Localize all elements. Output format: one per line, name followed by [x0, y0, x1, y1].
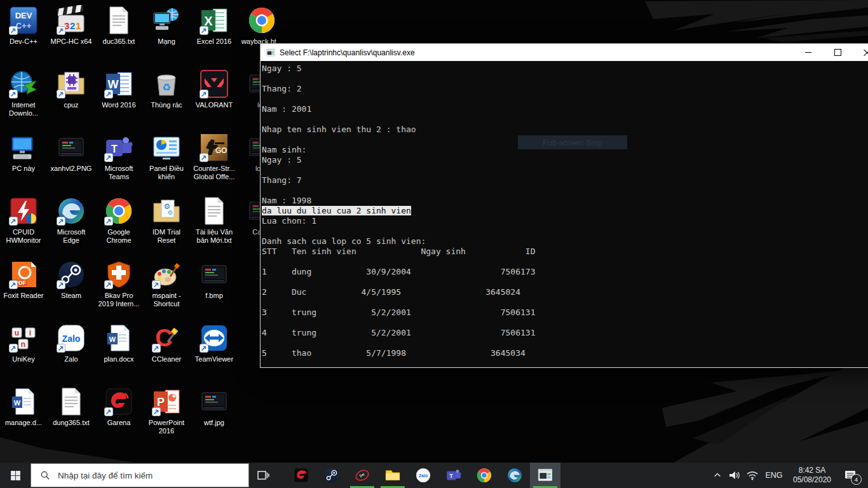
taskbar-button-steam[interactable]	[316, 463, 347, 488]
desktop-icon-unikey[interactable]: uinUniKey	[1, 323, 46, 363]
notification-center-button[interactable]: 4	[837, 463, 864, 488]
svg-text:W: W	[109, 336, 116, 343]
taskbar-button-garena[interactable]	[286, 463, 316, 488]
console-window[interactable]: Select F:\laptrinhc\quanlisv\quanlisv.ex…	[260, 43, 868, 368]
desktop-icon-manage-doc[interactable]: Wmanage.d...	[1, 386, 46, 427]
volume-icon[interactable]	[726, 463, 743, 488]
notification-count-badge: 4	[851, 474, 862, 485]
cpuz-icon	[56, 69, 86, 99]
desktop-icon-dung365-txt[interactable]: dung365.txt	[48, 386, 94, 427]
desktop: DEVC++Dev-C++InternetDownlo...PC nàyCPUI…	[0, 0, 868, 488]
ccleaner-icon: C	[151, 323, 182, 353]
txt-icon	[104, 5, 134, 36]
shortcut-arrow-icon	[57, 217, 65, 226]
desktop-icon-google-chrome[interactable]: GoogleChrome	[96, 196, 142, 245]
desktop-icon-mang[interactable]: Mạng	[144, 5, 189, 46]
taskbar-button-microsoft-edge[interactable]	[499, 463, 530, 488]
shortcut-arrow-icon	[57, 280, 65, 289]
taskbar-button-snipping-tool[interactable]: ✂	[347, 463, 377, 488]
chrome-icon	[104, 196, 134, 226]
desktop-icon-pc-nay[interactable]: PC này	[1, 132, 46, 173]
desktop-icon-label: InternetDownlo...	[1, 101, 46, 118]
desktop-icon-excel-2016[interactable]: XExcel 2016	[191, 5, 237, 46]
desktop-icon-ccleaner[interactable]: CCCleaner	[144, 323, 189, 363]
desktop-icon-xanhvl2-png[interactable]: xanhvl2.PNG	[48, 132, 94, 173]
shortcut-arrow-icon	[9, 90, 18, 98]
desktop-icon-label: MPC-HC x64	[48, 37, 94, 46]
desktop-icon-steam[interactable]: Steam	[48, 259, 94, 300]
console-line: 5 thao 5/7/1998 3645034	[262, 348, 868, 358]
svg-text:Zalo: Zalo	[62, 334, 81, 344]
desktop-icon-f-bmp[interactable]: f.bmp	[191, 259, 237, 300]
desktop-icon-valorant[interactable]: VALORANT	[191, 69, 237, 109]
desktop-icon-dev-cpp[interactable]: DEVC++Dev-C++	[1, 5, 46, 46]
desktop-icon-teamviewer[interactable]: TeamViewer	[191, 323, 237, 363]
maximize-button[interactable]	[823, 44, 852, 61]
console-titlebar[interactable]: Select F:\laptrinhc\quanlisv\quanlisv.ex…	[260, 43, 868, 61]
desktop-icon-label: Counter-Str...Global Offe...	[191, 165, 237, 181]
taskbar-button-quanlisv-console[interactable]	[530, 463, 560, 488]
file-explorer-icon	[384, 467, 401, 484]
taskbar-button-google-chrome[interactable]	[469, 463, 499, 488]
desktop-icon-garena[interactable]: Garena	[96, 386, 142, 427]
desktop-icon-label: Zalo	[48, 355, 94, 363]
console-output[interactable]: Ngay : 5Thang: 2Nam : 2001Nhap ten sinh …	[260, 61, 868, 368]
svg-text:♻: ♻	[162, 82, 171, 93]
desktop-icon-thung-rac[interactable]: ♻Thùng rác	[144, 69, 189, 109]
language-indicator[interactable]: ENG	[761, 463, 787, 488]
console-line	[262, 297, 868, 308]
desktop-icon-mspaint-shortcut[interactable]: mspaint -Shortcut	[144, 259, 189, 308]
system-tray: ENG 8:42 SA 05/08/2020 4	[709, 463, 868, 488]
desktop-icon-foxit-reader[interactable]: PDFFoxit Reader	[1, 259, 46, 300]
desktop-icon-cpuz[interactable]: cpuz	[48, 69, 94, 109]
search-input[interactable]	[57, 470, 224, 481]
svg-text:⚙: ⚙	[168, 209, 173, 216]
start-button[interactable]	[0, 463, 31, 488]
minimize-button[interactable]	[794, 44, 823, 61]
windows-logo-icon	[10, 470, 21, 481]
pc-icon	[8, 132, 39, 163]
full-screen-snip-button[interactable]: Full-screen Snip	[518, 135, 627, 149]
svg-text:W: W	[14, 399, 21, 407]
desktop-icon-powerpoint-2016[interactable]: PPowerPoint2016	[144, 386, 189, 435]
excel-icon: X	[199, 5, 229, 36]
shortcut-arrow-icon	[104, 407, 113, 416]
desktop-icon-panel-dieu-khien[interactable]: Panel Điềukhiển	[144, 132, 189, 181]
desktop-icon-plan-docx[interactable]: Wplan.docx	[96, 323, 142, 363]
desktop-icon-internet-download-manager[interactable]: InternetDownlo...	[1, 69, 46, 118]
task-view-button[interactable]	[249, 463, 277, 488]
taskbar-button-file-explorer[interactable]	[377, 463, 408, 488]
desktop-icon-word-2016[interactable]: WWord 2016	[96, 69, 142, 109]
console-line	[262, 338, 868, 348]
desktop-icon-label: IDM TrialReset	[144, 228, 189, 245]
desktop-icon-wayback-ht[interactable]: wayback.ht...	[239, 5, 285, 46]
shortcut-arrow-icon	[200, 344, 208, 353]
worddoc-icon: W	[8, 386, 39, 417]
close-button[interactable]	[852, 44, 868, 61]
desktop-icon-duc365-txt[interactable]: duc365.txt	[96, 5, 142, 46]
shortcut-arrow-icon	[57, 26, 65, 35]
taskbar-search[interactable]	[31, 463, 249, 487]
clock[interactable]: 8:42 SA 05/08/2020	[787, 463, 837, 488]
desktop-icon-bkav-pro[interactable]: Bkav Pro2019 Intern...	[96, 259, 142, 308]
microsoft-edge-icon	[506, 467, 523, 484]
desktop-icon-idm-trial-reset[interactable]: ⚙⚙IDM TrialReset	[144, 196, 189, 245]
task-view-icon	[257, 469, 269, 482]
desktop-icon-microsoft-edge[interactable]: MicrosoftEdge	[48, 196, 94, 245]
console-line: Thang: 7	[262, 175, 868, 186]
thumb-icon	[199, 259, 229, 290]
desktop-icon-label: MicrosoftEdge	[48, 228, 94, 245]
desktop-icon-microsoft-teams[interactable]: TMicrosoftTeams	[96, 132, 142, 181]
chrome-icon	[247, 5, 277, 36]
desktop-icon-zalo[interactable]: ZaloZalo	[48, 323, 94, 363]
desktop-icon-csgo[interactable]: GOCounter-Str...Global Offe...	[191, 132, 237, 181]
desktop-icon-tai-lieu-van-ban-moi[interactable]: Tài liệu Vănbản Mới.txt	[191, 196, 237, 245]
desktop-icon-cpuid-hwmonitor[interactable]: CPUIDHWMonitor	[1, 196, 46, 245]
desktop-icon-mpc-hc-x64[interactable]: 321MPC-HC x64	[48, 5, 94, 46]
tray-chevron-up-icon[interactable]	[709, 463, 726, 488]
taskbar-button-microsoft-teams[interactable]: T	[438, 463, 469, 488]
taskbar-button-zalo[interactable]: Zalo	[408, 463, 438, 488]
desktop-icon-wtf-jpg[interactable]: wtf.jpg	[191, 386, 237, 427]
wifi-icon[interactable]	[743, 463, 761, 488]
console-line	[262, 114, 868, 125]
